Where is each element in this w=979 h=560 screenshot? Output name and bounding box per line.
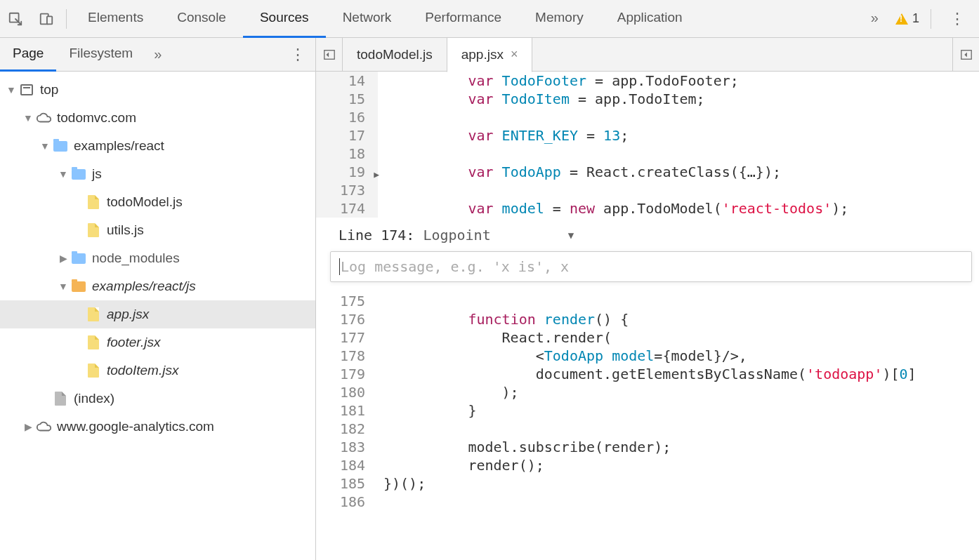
code-line[interactable]: 182	[316, 420, 979, 438]
line-number[interactable]: 180	[316, 383, 378, 401]
line-number[interactable]: 18	[316, 145, 378, 163]
tree-label: js	[92, 166, 102, 182]
line-number[interactable]: 19▶	[316, 163, 378, 181]
tree-file[interactable]: todoItem.jsx	[0, 356, 315, 385]
line-number[interactable]: 183	[316, 438, 378, 456]
code-line[interactable]: 17 var ENTER_KEY = 13;	[316, 126, 979, 145]
tree-file[interactable]: footer.jsx	[0, 328, 315, 356]
file-nav-toggle-icon[interactable]	[316, 38, 343, 72]
navigator-tabs: PageFilesystem » ⋮	[0, 38, 316, 71]
line-number[interactable]: 174	[316, 199, 378, 218]
code-line[interactable]: 177 React.render(	[316, 328, 979, 347]
tree-folder-sourcemap[interactable]: examples/react/js	[0, 272, 315, 300]
debugger-pane-toggle-icon[interactable]	[952, 38, 979, 72]
code-line[interactable]: 174 var model = new app.TodoModel('react…	[316, 199, 979, 218]
code-editor[interactable]: 14 var TodoFooter = app.TodoFooter;15 va…	[316, 72, 979, 560]
code-text: var TodoFooter = app.TodoFooter;	[378, 72, 979, 90]
panel-overflow-icon[interactable]: »	[854, 0, 895, 38]
code-line[interactable]: 18	[316, 145, 979, 163]
code-line[interactable]: 186	[316, 493, 979, 511]
tree-file[interactable]: todoModel.js	[0, 188, 315, 216]
tree-file[interactable]: utils.js	[0, 216, 315, 244]
file-icon	[88, 223, 99, 237]
file-tab[interactable]: todoModel.js	[343, 38, 447, 72]
code-text	[378, 420, 979, 438]
navigator-overflow-icon[interactable]: »	[145, 46, 170, 62]
breakpoint-line-label: Line 174:	[339, 226, 414, 244]
code-text: <TodoApp model={model}/>,	[378, 347, 979, 365]
code-line[interactable]: 173	[316, 181, 979, 199]
line-number[interactable]: 17	[316, 126, 378, 145]
tree-label: top	[40, 82, 58, 98]
line-number[interactable]: 15	[316, 90, 378, 108]
panel-tab-network[interactable]: Network	[326, 0, 409, 38]
tree-label: node_modules	[92, 251, 180, 266]
code-line[interactable]: 19▶ var TodoApp = React.createClass({…})…	[316, 163, 979, 181]
line-number[interactable]: 184	[316, 456, 378, 474]
file-tab[interactable]: app.jsx×	[447, 38, 533, 72]
code-line[interactable]: 185})();	[316, 474, 979, 493]
warnings-badge[interactable]: 1	[895, 11, 919, 26]
navigator-tab-filesystem[interactable]: Filesystem	[56, 38, 145, 72]
panel-tab-application[interactable]: Application	[600, 0, 699, 38]
line-number[interactable]: 186	[316, 493, 378, 511]
code-line[interactable]: 176 function render() {	[316, 310, 979, 328]
panel-tab-memory[interactable]: Memory	[518, 0, 600, 38]
breakpoint-type-select[interactable]: Logpoint▼	[423, 226, 574, 244]
code-line[interactable]: 16	[316, 108, 979, 126]
tree-domain[interactable]: todomvc.com	[0, 104, 315, 132]
line-number[interactable]: 179	[316, 365, 378, 383]
tree-file-active[interactable]: app.jsx	[0, 300, 315, 328]
code-line[interactable]: 179 document.getElementsByClassName('tod…	[316, 365, 979, 383]
code-line[interactable]: 175	[316, 292, 979, 310]
panel-tab-performance[interactable]: Performance	[408, 0, 518, 38]
code-line[interactable]: 181 }	[316, 401, 979, 420]
tree-folder[interactable]: examples/react	[0, 132, 315, 160]
code-line[interactable]: 15 var TodoItem = app.TodoItem;	[316, 90, 979, 108]
line-number[interactable]: 175	[316, 292, 378, 310]
line-number[interactable]: 176	[316, 310, 378, 328]
line-number[interactable]: 14	[316, 72, 378, 90]
tree-top[interactable]: top	[0, 76, 315, 104]
tree-domain-ga[interactable]: www.google-analytics.com	[0, 413, 315, 441]
tree-file-index[interactable]: (index)	[0, 385, 315, 413]
logpoint-input[interactable]: Log message, e.g. 'x is', x	[330, 251, 972, 282]
line-number[interactable]: 185	[316, 474, 378, 493]
code-line[interactable]: 184 render();	[316, 456, 979, 474]
code-text	[378, 493, 979, 511]
panel-tab-console[interactable]: Console	[160, 0, 243, 38]
inspect-icon[interactable]	[0, 0, 31, 38]
tree-folder-node-modules[interactable]: node_modules	[0, 244, 315, 272]
code-text	[378, 145, 979, 163]
panel-tab-sources[interactable]: Sources	[243, 0, 326, 38]
line-number[interactable]: 182	[316, 420, 378, 438]
breakpoint-editor: Line 174: Logpoint▼ Log message, e.g. 'x…	[327, 222, 979, 285]
navigator-tab-page[interactable]: Page	[0, 38, 56, 72]
code-line[interactable]: 178 <TodoApp model={model}/>,	[316, 347, 979, 365]
tree-label: todoModel.js	[107, 194, 183, 210]
code-line[interactable]: 180 );	[316, 383, 979, 401]
line-number[interactable]: 173	[316, 181, 378, 199]
line-number[interactable]: 177	[316, 328, 378, 347]
file-tab-label: todoModel.js	[357, 47, 433, 62]
settings-menu-icon[interactable]: ⋮	[942, 10, 972, 28]
folder-icon	[72, 169, 86, 180]
line-number[interactable]: 16	[316, 108, 378, 126]
close-icon[interactable]: ×	[511, 47, 518, 62]
device-toolbar-icon[interactable]	[31, 0, 62, 38]
tree-folder-js[interactable]: js	[0, 160, 315, 188]
cloud-icon	[36, 419, 51, 434]
line-number[interactable]: 178	[316, 347, 378, 365]
code-text: var model = new app.TodoModel('react-tod…	[378, 199, 979, 218]
panel-tab-elements[interactable]: Elements	[71, 0, 160, 38]
tree-label: www.google-analytics.com	[57, 419, 214, 434]
warning-count: 1	[912, 11, 919, 26]
navigator-menu-icon[interactable]: ⋮	[280, 46, 315, 64]
code-line[interactable]: 14 var TodoFooter = app.TodoFooter;	[316, 72, 979, 90]
code-line[interactable]: 183 model.subscribe(render);	[316, 438, 979, 456]
line-number[interactable]: 181	[316, 401, 378, 420]
code-text: );	[378, 383, 979, 401]
editor-tabstrip: todoModel.jsapp.jsx×	[316, 38, 979, 71]
code-text: var ENTER_KEY = 13;	[378, 126, 979, 145]
logpoint-placeholder: Log message, e.g. 'x is', x	[341, 258, 569, 275]
